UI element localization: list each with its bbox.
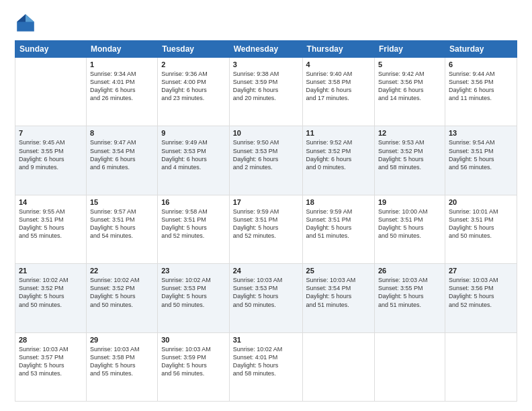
day-number: 17 [233, 198, 299, 206]
cell-info: Sunrise: 9:45 AM Sunset: 3:55 PM Dayligh… [19, 138, 83, 171]
day-number: 14 [19, 198, 83, 206]
cell-info: Sunrise: 10:03 AM Sunset: 3:54 PM Daylig… [306, 276, 371, 309]
day-number: 16 [161, 198, 226, 206]
page: SundayMondayTuesdayWednesdayThursdayFrid… [0, 0, 532, 411]
calendar-body: 1Sunrise: 9:34 AM Sunset: 4:01 PM Daylig… [15, 58, 517, 402]
cell-info: Sunrise: 10:02 AM Sunset: 3:52 PM Daylig… [19, 276, 83, 309]
calendar-header-cell: Tuesday [158, 41, 230, 58]
day-number: 22 [90, 267, 154, 275]
day-number: 13 [449, 129, 513, 137]
day-number: 11 [306, 129, 371, 137]
calendar-cell: 20Sunrise: 10:01 AM Sunset: 3:51 PM Dayl… [445, 195, 517, 263]
calendar-cell: 17Sunrise: 9:59 AM Sunset: 3:51 PM Dayli… [229, 195, 302, 263]
calendar-cell: 27Sunrise: 10:03 AM Sunset: 3:56 PM Dayl… [445, 264, 517, 332]
calendar-cell [374, 332, 445, 401]
cell-info: Sunrise: 10:03 AM Sunset: 3:58 PM Daylig… [90, 345, 154, 378]
day-number: 10 [233, 129, 299, 137]
cell-info: Sunrise: 9:58 AM Sunset: 3:51 PM Dayligh… [161, 208, 226, 240]
calendar-header-cell: Monday [86, 41, 157, 58]
cell-info: Sunrise: 10:03 AM Sunset: 3:56 PM Daylig… [449, 276, 513, 309]
calendar-cell: 15Sunrise: 9:57 AM Sunset: 3:51 PM Dayli… [86, 195, 157, 263]
calendar-cell: 30Sunrise: 10:03 AM Sunset: 3:59 PM Dayl… [158, 332, 230, 401]
cell-info: Sunrise: 9:36 AM Sunset: 4:00 PM Dayligh… [161, 70, 226, 103]
cell-info: Sunrise: 9:38 AM Sunset: 3:59 PM Dayligh… [233, 70, 299, 103]
calendar-cell: 14Sunrise: 9:55 AM Sunset: 3:51 PM Dayli… [15, 195, 87, 263]
calendar-cell: 16Sunrise: 9:58 AM Sunset: 3:51 PM Dayli… [158, 195, 230, 263]
calendar-cell: 19Sunrise: 10:00 AM Sunset: 3:51 PM Dayl… [374, 195, 445, 263]
calendar-cell: 23Sunrise: 10:02 AM Sunset: 3:53 PM Dayl… [158, 264, 230, 332]
day-number: 4 [306, 60, 371, 68]
svg-marker-2 [17, 14, 26, 21]
calendar-header-cell: Saturday [445, 41, 517, 58]
cell-info: Sunrise: 9:40 AM Sunset: 3:58 PM Dayligh… [306, 70, 371, 103]
calendar-header-cell: Wednesday [229, 41, 302, 58]
calendar-cell: 12Sunrise: 9:53 AM Sunset: 3:52 PM Dayli… [374, 126, 445, 195]
day-number: 18 [306, 198, 371, 206]
day-number: 21 [19, 267, 83, 275]
day-number: 24 [233, 267, 299, 275]
day-number: 5 [378, 60, 441, 68]
calendar: SundayMondayTuesdayWednesdayThursdayFrid… [15, 40, 517, 402]
calendar-cell: 26Sunrise: 10:03 AM Sunset: 3:55 PM Dayl… [374, 264, 445, 332]
cell-info: Sunrise: 9:52 AM Sunset: 3:52 PM Dayligh… [306, 138, 371, 171]
calendar-cell: 25Sunrise: 10:03 AM Sunset: 3:54 PM Dayl… [302, 264, 374, 332]
calendar-cell [15, 58, 87, 126]
calendar-cell: 6Sunrise: 9:44 AM Sunset: 3:56 PM Daylig… [445, 58, 517, 126]
calendar-cell: 31Sunrise: 10:02 AM Sunset: 4:01 PM Dayl… [229, 332, 302, 401]
cell-info: Sunrise: 9:53 AM Sunset: 3:52 PM Dayligh… [378, 138, 441, 171]
day-number: 19 [378, 198, 441, 206]
day-number: 27 [449, 267, 513, 275]
cell-info: Sunrise: 10:03 AM Sunset: 3:55 PM Daylig… [378, 276, 441, 309]
day-number: 9 [161, 129, 226, 137]
calendar-week-row: 14Sunrise: 9:55 AM Sunset: 3:51 PM Dayli… [15, 195, 517, 263]
calendar-week-row: 7Sunrise: 9:45 AM Sunset: 3:55 PM Daylig… [15, 126, 517, 195]
cell-info: Sunrise: 9:50 AM Sunset: 3:53 PM Dayligh… [233, 138, 299, 171]
day-number: 3 [233, 60, 299, 68]
calendar-cell: 10Sunrise: 9:50 AM Sunset: 3:53 PM Dayli… [229, 126, 302, 195]
cell-info: Sunrise: 10:02 AM Sunset: 4:01 PM Daylig… [233, 345, 299, 378]
svg-marker-1 [26, 14, 34, 21]
calendar-header-cell: Sunday [15, 41, 87, 58]
cell-info: Sunrise: 10:02 AM Sunset: 3:52 PM Daylig… [90, 276, 154, 309]
calendar-cell: 1Sunrise: 9:34 AM Sunset: 4:01 PM Daylig… [86, 58, 157, 126]
day-number: 12 [378, 129, 441, 137]
day-number: 8 [90, 129, 154, 137]
logo-icon [15, 12, 36, 34]
calendar-cell: 9Sunrise: 9:49 AM Sunset: 3:53 PM Daylig… [158, 126, 230, 195]
cell-info: Sunrise: 10:03 AM Sunset: 3:59 PM Daylig… [161, 345, 226, 378]
cell-info: Sunrise: 9:59 AM Sunset: 3:51 PM Dayligh… [233, 208, 299, 240]
cell-info: Sunrise: 9:47 AM Sunset: 3:54 PM Dayligh… [90, 138, 154, 171]
calendar-cell: 2Sunrise: 9:36 AM Sunset: 4:00 PM Daylig… [158, 58, 230, 126]
cell-info: Sunrise: 10:03 AM Sunset: 3:57 PM Daylig… [19, 345, 83, 378]
day-number: 2 [161, 60, 226, 68]
cell-info: Sunrise: 9:42 AM Sunset: 3:56 PM Dayligh… [378, 70, 441, 103]
day-number: 25 [306, 267, 371, 275]
day-number: 29 [90, 336, 154, 344]
day-number: 20 [449, 198, 513, 206]
cell-info: Sunrise: 10:01 AM Sunset: 3:51 PM Daylig… [449, 208, 513, 240]
calendar-cell: 24Sunrise: 10:03 AM Sunset: 3:53 PM Dayl… [229, 264, 302, 332]
calendar-cell: 13Sunrise: 9:54 AM Sunset: 3:51 PM Dayli… [445, 126, 517, 195]
calendar-header-row: SundayMondayTuesdayWednesdayThursdayFrid… [15, 41, 517, 58]
calendar-cell [302, 332, 374, 401]
cell-info: Sunrise: 10:03 AM Sunset: 3:53 PM Daylig… [233, 276, 299, 309]
calendar-cell: 3Sunrise: 9:38 AM Sunset: 3:59 PM Daylig… [229, 58, 302, 126]
calendar-cell: 21Sunrise: 10:02 AM Sunset: 3:52 PM Dayl… [15, 264, 87, 332]
calendar-week-row: 28Sunrise: 10:03 AM Sunset: 3:57 PM Dayl… [15, 332, 517, 401]
calendar-cell [445, 332, 517, 401]
day-number: 31 [233, 336, 299, 344]
cell-info: Sunrise: 9:55 AM Sunset: 3:51 PM Dayligh… [19, 208, 83, 240]
cell-info: Sunrise: 9:34 AM Sunset: 4:01 PM Dayligh… [90, 70, 154, 103]
calendar-cell: 4Sunrise: 9:40 AM Sunset: 3:58 PM Daylig… [302, 58, 374, 126]
calendar-cell: 22Sunrise: 10:02 AM Sunset: 3:52 PM Dayl… [86, 264, 157, 332]
calendar-week-row: 1Sunrise: 9:34 AM Sunset: 4:01 PM Daylig… [15, 58, 517, 126]
calendar-cell: 29Sunrise: 10:03 AM Sunset: 3:58 PM Dayl… [86, 332, 157, 401]
calendar-cell: 7Sunrise: 9:45 AM Sunset: 3:55 PM Daylig… [15, 126, 87, 195]
calendar-week-row: 21Sunrise: 10:02 AM Sunset: 3:52 PM Dayl… [15, 264, 517, 332]
cell-info: Sunrise: 10:00 AM Sunset: 3:51 PM Daylig… [378, 208, 441, 240]
day-number: 15 [90, 198, 154, 206]
day-number: 28 [19, 336, 83, 344]
calendar-cell: 18Sunrise: 9:59 AM Sunset: 3:51 PM Dayli… [302, 195, 374, 263]
day-number: 26 [378, 267, 441, 275]
day-number: 1 [90, 60, 154, 68]
